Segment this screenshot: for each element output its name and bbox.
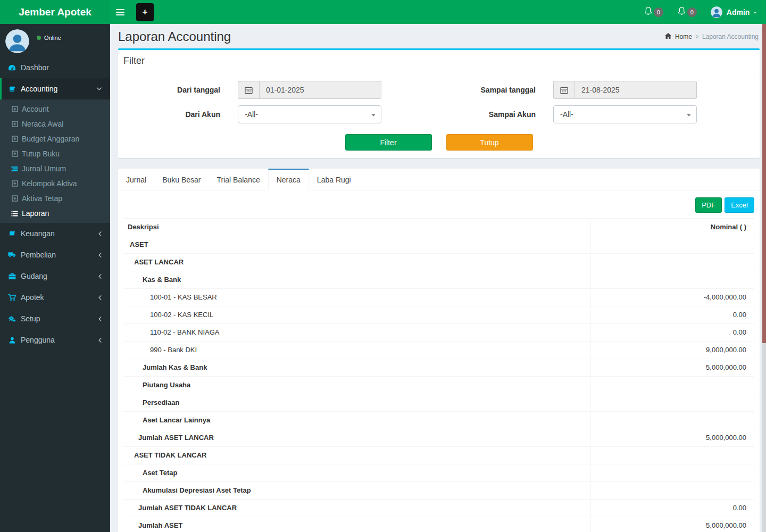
row-value: 5,000,000.00: [590, 517, 754, 532]
user-icon: [8, 337, 16, 344]
dari-tanggal-input[interactable]: [259, 81, 381, 99]
submenu-item-aktiva-tetap[interactable]: Aktiva Tetap: [0, 191, 110, 206]
submenu-item-tutup-buku[interactable]: Tutup Buku: [0, 146, 110, 161]
dari-akun-select[interactable]: -All-: [238, 105, 381, 123]
submenu-item-jurnal-umum[interactable]: Jurnal Umum: [0, 161, 110, 176]
breadcrumb-home-link[interactable]: Home: [675, 33, 692, 40]
submenu-item-label: Laporan: [22, 209, 49, 218]
sidebar-item-label: Accounting: [21, 85, 57, 93]
sidebar-item-dashbor[interactable]: Dashbor: [0, 57, 110, 78]
row-value: -4,000,000.00: [590, 289, 754, 306]
tab-laba-rugi[interactable]: Laba Rugi: [309, 169, 359, 190]
submenu-item-account[interactable]: Account: [0, 102, 110, 117]
sidebar-toggle-button[interactable]: [110, 0, 130, 24]
sidebar-item-setup[interactable]: Setup: [0, 308, 110, 329]
chevron-left-icon: [98, 337, 102, 343]
row-value: 0.00: [590, 306, 754, 324]
brand-logo[interactable]: Jember Apotek: [0, 0, 110, 24]
row-label: Aset Lancar Lainnya: [123, 412, 590, 429]
sidebar-item-apotek[interactable]: Apotek: [0, 287, 110, 308]
submenu-item-neraca-awal[interactable]: Neraca Awal: [0, 117, 110, 131]
row-value: 0.00: [590, 500, 754, 517]
sidebar-item-keuangan[interactable]: Keuangan: [0, 223, 110, 244]
sidebar-menu: Dashbor Accounting Account: [0, 57, 110, 351]
sidebar-item-pembelian[interactable]: Pembelian: [0, 244, 110, 265]
submenu-item-label: Jurnal Umum: [22, 164, 66, 173]
sampai-akun-label: Sampai Akun: [439, 110, 536, 119]
page-scrollbar[interactable]: [762, 24, 766, 532]
submenu-item-label: Account: [22, 105, 49, 113]
tab-jurnal[interactable]: Jurnal: [118, 169, 154, 190]
tutup-button[interactable]: Tutup: [446, 134, 533, 151]
sidebar-item-label: Apotek: [21, 293, 44, 302]
table-header-row: Deskripsi Nominal ( ): [123, 219, 754, 236]
sampai-tanggal-input[interactable]: [574, 81, 697, 99]
sidebar-treeview-accounting: Accounting Account Neraca Awal: [0, 78, 110, 223]
tab-trial-balance[interactable]: Trial Balance: [209, 169, 268, 190]
row-value: [590, 447, 754, 464]
table-row: Aset Lancar Lainnya: [123, 412, 754, 429]
submenu-item-kelompok-aktiva[interactable]: Kelompok Aktiva: [0, 176, 110, 191]
sidebar-item-label: Pembelian: [21, 251, 56, 259]
table-row: ASET LANCAR: [123, 254, 754, 271]
tab-neraca[interactable]: Neraca: [268, 169, 309, 190]
table-row: Jumlah ASET5,000,000.00: [123, 517, 754, 532]
filter-button[interactable]: Filter: [345, 134, 432, 151]
bell-icon: [644, 6, 653, 18]
row-label: 100-01 - KAS BESAR: [123, 289, 590, 306]
chevron-left-icon: [98, 273, 102, 279]
row-label: ASET TIDAK LANCAR: [123, 447, 590, 464]
tab-buku-besar[interactable]: Buku Besar: [154, 169, 209, 190]
table-row: Aset Tetap: [123, 464, 754, 482]
submenu-item-label: Neraca Awal: [22, 120, 63, 128]
row-value: [590, 271, 754, 289]
submenu-item-label: Aktiva Tetap: [22, 194, 62, 203]
home-icon: [664, 32, 672, 41]
chevron-left-icon: [98, 295, 102, 301]
plus-square-icon: [11, 180, 18, 187]
plus-square-icon: [11, 121, 18, 127]
row-label: Jumlah ASET: [123, 517, 590, 532]
user-name-label: Admin: [727, 8, 750, 16]
user-menu-caret: -: [754, 8, 756, 16]
notification-badge: 0: [687, 7, 697, 17]
table-row: 100-02 - KAS KECIL0.00: [123, 306, 754, 324]
table-row: Jumlah ASET LANCAR5,000,000.00: [123, 429, 754, 447]
top-navbar: Jember Apotek + 0 0 Admin -: [0, 0, 766, 24]
table-row: Kas & Bank: [123, 271, 754, 289]
submenu-item-laporan[interactable]: Laporan: [0, 206, 110, 221]
row-value: [590, 482, 754, 500]
submenu-item-label: Tutup Buku: [22, 149, 60, 158]
scrollbar-thumb[interactable]: [762, 24, 766, 343]
calendar-icon: [553, 81, 574, 99]
book-icon: [8, 86, 16, 93]
quick-add-button[interactable]: +: [136, 3, 154, 21]
sidebar-item-accounting[interactable]: Accounting: [0, 78, 110, 99]
user-account-menu[interactable]: Admin -: [711, 6, 756, 18]
table-row: 110-02 - BANK NIAGA0.00: [123, 324, 754, 342]
chevron-left-icon: [98, 316, 102, 322]
sidebar-item-gudang[interactable]: Gudang: [0, 265, 110, 287]
submenu-item-budget-anggaran[interactable]: Budget Anggaran: [0, 131, 110, 146]
filter-box: Filter Dari tanggal: [118, 48, 760, 158]
column-nominal: Nominal ( ): [590, 219, 754, 236]
sampai-akun-select[interactable]: -All-: [553, 105, 697, 123]
book-icon: [8, 230, 16, 237]
row-value: [590, 464, 754, 482]
truck-icon: [8, 252, 16, 258]
row-value: 5,000,000.00: [590, 359, 754, 377]
filter-box-title: Filter: [123, 55, 145, 66]
sidebar-user-panel: Online: [0, 24, 110, 57]
select-caret-icon: [371, 114, 376, 117]
sidebar-item-pengguna[interactable]: Pengguna: [0, 329, 110, 351]
notifications-menu-2[interactable]: 0: [677, 6, 697, 18]
notifications-menu-1[interactable]: 0: [644, 6, 663, 18]
row-value: 0.00: [590, 324, 754, 342]
table-row: ASET TIDAK LANCAR: [123, 447, 754, 464]
export-excel-button[interactable]: Excel: [725, 197, 754, 213]
table-row: Akumulasi Depresiasi Aset Tetap: [123, 482, 754, 500]
dari-tanggal-label: Dari tanggal: [123, 86, 220, 94]
accounting-submenu: Account Neraca Awal Budget Anggaran Tutu…: [0, 99, 110, 223]
row-label: 990 - Bank DKI: [123, 342, 590, 359]
export-pdf-button[interactable]: PDF: [695, 197, 722, 213]
